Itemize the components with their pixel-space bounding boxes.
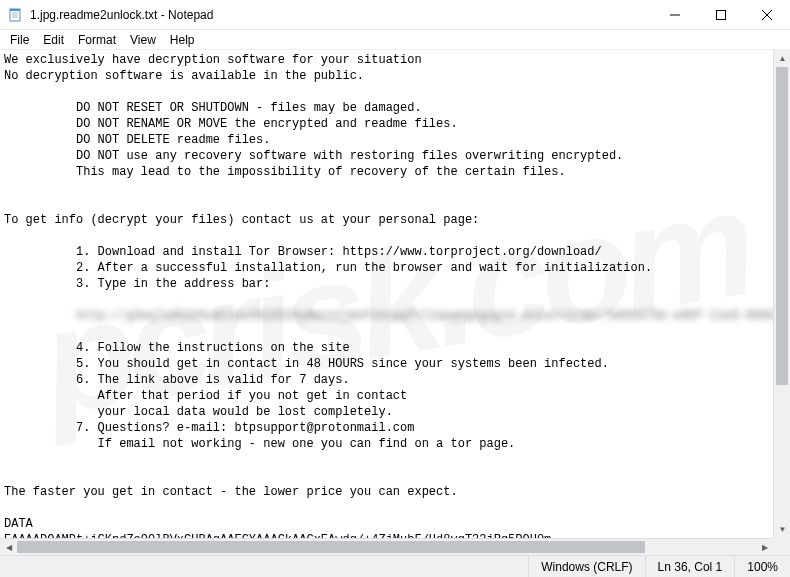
menubar: File Edit Format View Help xyxy=(0,30,790,50)
close-button[interactable] xyxy=(744,0,790,29)
text-line: 4. Follow the instructions on the site xyxy=(4,341,350,355)
text-line: DO NOT RENAME OR MOVE the encrypted and … xyxy=(4,117,458,131)
text-line: DATA xyxy=(4,517,33,531)
scroll-up-button[interactable]: ▲ xyxy=(774,50,790,67)
text-line: 5. You should get in contact in 48 HOURS… xyxy=(4,357,609,371)
text-line: We exclusively have decryption software … xyxy=(4,53,422,67)
scroll-thumb-horizontal[interactable] xyxy=(17,541,645,553)
status-zoom: 100% xyxy=(734,556,790,577)
content-area: pcrisk.com We exclusively have decryptio… xyxy=(0,50,790,555)
scroll-down-button[interactable]: ▼ xyxy=(774,521,790,538)
menu-format[interactable]: Format xyxy=(72,31,122,49)
minimize-button[interactable] xyxy=(652,0,698,29)
scroll-track-horizontal[interactable] xyxy=(17,539,756,555)
menu-view[interactable]: View xyxy=(124,31,162,49)
text-line: If email not working - new one you can f… xyxy=(4,437,515,451)
scroll-track-vertical[interactable] xyxy=(774,67,790,521)
text-line: DO NOT use any recovery software with re… xyxy=(4,149,623,163)
text-line: To get info (decrypt your files) contact… xyxy=(4,213,479,227)
window-title: 1.jpg.readme2unlock.txt - Notepad xyxy=(30,8,213,22)
text-line: 3. Type in the address bar: xyxy=(4,277,270,291)
scroll-left-button[interactable]: ◀ xyxy=(0,539,17,555)
svg-rect-1 xyxy=(10,9,20,11)
text-line: After that period if you not get in cont… xyxy=(4,389,407,403)
scroll-right-button[interactable]: ▶ xyxy=(756,539,773,555)
text-line: 1. Download and install Tor Browser: htt… xyxy=(4,245,602,259)
svg-rect-6 xyxy=(717,10,726,19)
notepad-icon xyxy=(8,7,24,23)
window-controls xyxy=(652,0,790,29)
text-line: your local data would be lost completely… xyxy=(4,405,393,419)
text-line: 7. Questions? e-mail: btpsupport@protonm… xyxy=(4,421,414,435)
status-encoding: Windows (CRLF) xyxy=(528,556,644,577)
maximize-button[interactable] xyxy=(698,0,744,29)
scrollbar-horizontal[interactable]: ◀ ▶ xyxy=(0,538,773,555)
text-line: This may lead to the impossibility of re… xyxy=(4,165,566,179)
status-position: Ln 36, Col 1 xyxy=(645,556,735,577)
text-line: 6. The link above is valid for 7 days. xyxy=(4,373,350,387)
text-line-blurred: http://g3eq7u552h5ueFzhv202d528yAmcn2jmv… xyxy=(4,308,790,324)
menu-help[interactable]: Help xyxy=(164,31,201,49)
statusbar: Windows (CRLF) Ln 36, Col 1 100% xyxy=(0,555,790,577)
text-line: DO NOT RESET OR SHUTDOWN - files may be … xyxy=(4,101,422,115)
scrollbar-corner xyxy=(773,538,790,555)
text-line: The faster you get in contact - the lowe… xyxy=(4,485,458,499)
titlebar-left: 1.jpg.readme2unlock.txt - Notepad xyxy=(0,7,213,23)
menu-edit[interactable]: Edit xyxy=(37,31,70,49)
menu-file[interactable]: File xyxy=(4,31,35,49)
scroll-thumb-vertical[interactable] xyxy=(776,67,788,385)
text-line: 2. After a successful installation, run … xyxy=(4,261,652,275)
text-line: No decryption software is available in t… xyxy=(4,69,364,83)
scrollbar-vertical[interactable]: ▲ ▼ xyxy=(773,50,790,538)
text-line: DO NOT DELETE readme files. xyxy=(4,133,270,147)
titlebar: 1.jpg.readme2unlock.txt - Notepad xyxy=(0,0,790,30)
text-content[interactable]: We exclusively have decryption software … xyxy=(0,50,790,555)
